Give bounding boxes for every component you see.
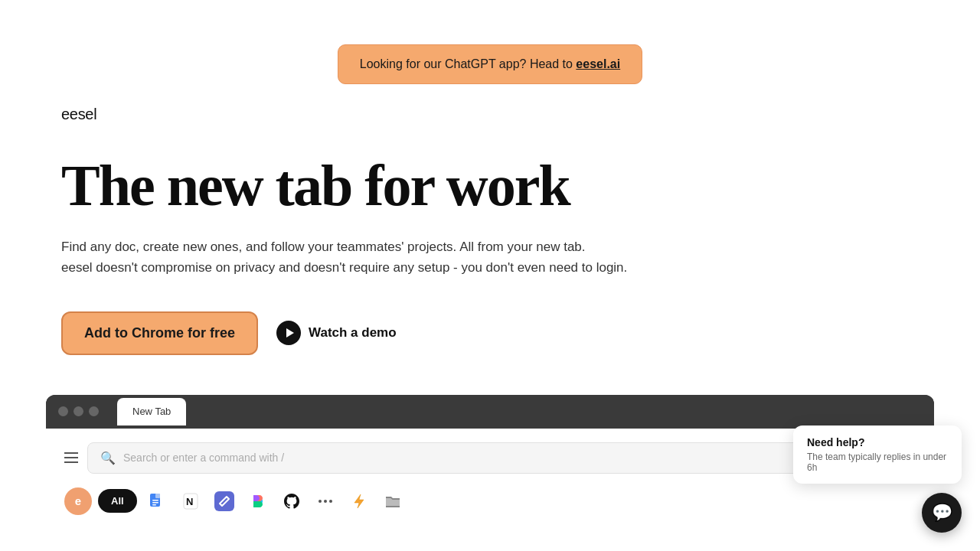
play-icon <box>276 321 301 345</box>
search-placeholder-text: Search or enter a command with / <box>123 452 284 464</box>
search-box[interactable]: 🔍 Search or enter a command with / <box>87 442 916 474</box>
svg-rect-1 <box>155 494 160 498</box>
browser-maximize-dot <box>89 406 99 416</box>
svg-rect-4 <box>152 504 156 506</box>
browser-search-bar: 🔍 Search or enter a command with / <box>64 442 916 474</box>
figma-icon <box>249 492 267 510</box>
svg-text:N: N <box>186 496 193 507</box>
filter-all-button[interactable]: All <box>98 489 137 513</box>
filter-more-button[interactable] <box>312 487 339 515</box>
chat-widget: Need help? The team typically replies in… <box>793 425 962 533</box>
filter-docs-button[interactable] <box>143 487 171 515</box>
filter-linear-button[interactable] <box>211 487 238 515</box>
filter-bolt-button[interactable] <box>345 487 373 515</box>
banner-text: Looking for our ChatGPT app? Head to <box>360 57 577 70</box>
svg-marker-11 <box>354 494 364 508</box>
svg-point-8 <box>318 500 322 503</box>
filter-tabs-row: e All N <box>64 487 916 515</box>
browser-tab-label: New Tab <box>132 406 171 417</box>
site-logo[interactable]: eesel <box>61 106 96 122</box>
more-dots-icon <box>316 492 335 510</box>
browser-window-controls <box>58 406 99 416</box>
filter-notion-button[interactable]: N <box>177 487 204 515</box>
announcement-banner: Looking for our ChatGPT app? Head to ees… <box>338 44 642 84</box>
filter-figma-button[interactable] <box>244 487 272 515</box>
browser-tab[interactable]: New Tab <box>117 398 186 425</box>
chat-bubble-subtitle: The team typically replies in under 6h <box>807 452 948 473</box>
watch-demo-button[interactable]: Watch a demo <box>276 321 397 345</box>
watch-demo-label: Watch a demo <box>309 325 397 341</box>
filter-github-button[interactable] <box>278 487 305 515</box>
notion-icon: N <box>181 492 200 510</box>
folder-icon <box>384 492 402 510</box>
hero-title: The new tab for work <box>61 154 658 218</box>
linear-icon <box>214 491 234 511</box>
browser-toolbar: New Tab <box>46 395 934 429</box>
docs-icon <box>148 492 166 510</box>
banner-link[interactable]: eesel.ai <box>576 57 620 70</box>
chat-open-button[interactable]: 💬 <box>922 493 962 533</box>
cta-row: Add to Chrome for free Watch a demo <box>61 311 658 355</box>
browser-minimize-dot <box>74 406 83 416</box>
chat-button-icon: 💬 <box>932 503 952 523</box>
add-to-chrome-button[interactable]: Add to Chrome for free <box>61 311 258 355</box>
chat-bubble-title: Need help? <box>807 436 948 448</box>
search-icon: 🔍 <box>100 451 116 465</box>
github-icon <box>283 492 301 510</box>
hamburger-menu-icon[interactable] <box>64 452 78 463</box>
chat-help-bubble: Need help? The team typically replies in… <box>793 425 962 484</box>
svg-point-9 <box>324 500 327 503</box>
svg-point-10 <box>329 500 332 503</box>
hero-subtitle-line2: eesel doesn't compromise on privacy and … <box>61 257 658 278</box>
hero-subtitle-line1: Find any doc, create new ones, and follo… <box>61 236 658 257</box>
svg-rect-3 <box>152 502 158 504</box>
filter-folder-button[interactable] <box>379 487 407 515</box>
browser-close-dot <box>58 406 68 416</box>
bolt-icon <box>351 493 368 510</box>
user-avatar[interactable]: e <box>64 487 92 515</box>
svg-rect-2 <box>152 500 158 501</box>
